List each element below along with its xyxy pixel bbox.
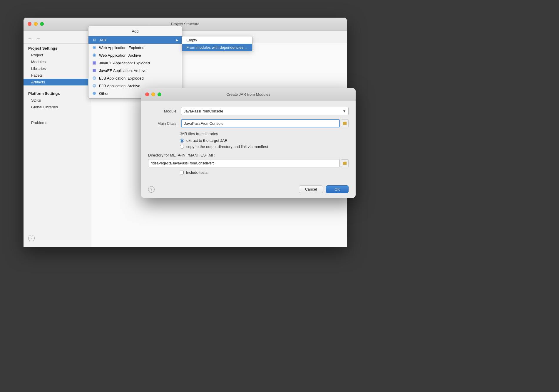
sidebar-item-label: SDKs [31,98,41,102]
svg-marker-11 [93,92,96,95]
svg-point-4 [93,54,95,56]
module-control: JavaPassFromConsole ▼ [181,107,349,115]
dialog-close-button[interactable] [145,92,149,96]
module-select[interactable]: JavaPassFromConsole [181,107,349,115]
menu-item-label: EJB Application: Archive [99,84,140,88]
help-button[interactable]: ? [28,235,35,241]
sidebar-item-global-libraries[interactable]: Global Libraries [24,104,91,110]
create-jar-dialog: Create JAR from Modules Module: JavaPass… [141,88,356,198]
include-tests-row: Include tests [180,170,349,175]
submenu: Empty From modules with dependencies... [182,36,252,51]
close-button[interactable] [28,22,31,26]
dialog-footer: ? Cancel OK [141,185,356,198]
other-icon [92,91,97,96]
menu-item-javaee-exploded[interactable]: JavaEE Application: Exploded [88,59,182,67]
module-select-wrapper: JavaPassFromConsole ▼ [181,107,349,115]
jar-files-section-title: JAR files from libraries [180,132,349,136]
folder-icon [343,161,347,165]
module-label: Module: [148,109,178,113]
dialog-body: Module: JavaPassFromConsole ▼ Main Class… [141,101,356,185]
context-menu-wrapper: Add JAR ▶ Empty From modules with depend… [88,26,182,99]
sidebar-item-project[interactable]: Project [24,52,91,58]
radio-extract[interactable] [180,139,184,143]
folder-icon [343,122,347,125]
window-buttons [28,22,44,26]
sidebar-item-artifacts[interactable]: Artifacts [24,79,91,85]
back-button[interactable]: ← [26,35,34,42]
dir-input[interactable] [148,159,340,167]
ejb-archive-icon [92,83,97,88]
ok-button[interactable]: OK [326,185,349,193]
include-tests-checkbox[interactable] [180,171,184,174]
javaee-exploded-icon [92,60,97,65]
main-class-row: Main Class: [148,119,349,127]
menu-item-label: Web Application: Exploded [99,46,144,50]
main-class-label: Main Class: [148,121,178,126]
sidebar-item-modules[interactable]: Modules [24,58,91,65]
main-window-title: Project Structure [171,22,200,26]
dialog-maximize-button[interactable] [158,92,161,96]
sidebar-item-label: Artifacts [31,80,45,84]
web-archive-icon [92,53,97,58]
menu-item-web-exploded[interactable]: Web Application: Exploded [88,44,182,51]
menu-item-label: JavaEE Application: Archive [99,68,146,73]
main-class-control [181,119,349,127]
jar-icon [92,38,97,42]
project-settings-title: Project Settings [24,44,91,52]
svg-rect-8 [93,69,96,72]
menu-item-ejb-exploded[interactable]: EJB Application: Exploded [88,74,182,82]
ejb-exploded-icon [92,76,97,80]
menu-item-label: Web Application: Archive [99,53,141,58]
problems-label: Problems [24,119,91,126]
web-exploded-icon [92,45,97,50]
sidebar-item-label: Facets [31,73,43,78]
nav-toolbar: ← → [24,33,91,44]
cancel-button[interactable]: Cancel [299,185,323,193]
submenu-item-from-modules[interactable]: From modules with dependencies... [182,44,252,51]
sidebar-footer: ? [24,232,91,244]
submenu-item-empty[interactable]: Empty [182,36,252,44]
sidebar-item-label: Libraries [31,66,46,71]
maximize-button[interactable] [40,22,44,26]
dir-label: Directory for META-INF/MANIFEST.MF: [148,153,349,157]
radio-group: extract to the target JAR copy to the ou… [180,138,349,149]
forward-button[interactable]: → [35,35,42,42]
dir-browse-button[interactable] [341,159,349,167]
context-menu: Add JAR ▶ Empty From modules with depend… [88,26,182,99]
menu-item-javaee-archive[interactable]: JavaEE Application: Archive [88,67,182,74]
dialog-buttons: Cancel OK [299,185,349,193]
platform-settings-title: Platform Settings [24,89,91,97]
sidebar-item-libraries[interactable]: Libraries [24,65,91,72]
radio-copy[interactable] [180,145,184,149]
menu-item-label: JAR [99,38,106,42]
sidebar-item-label: Modules [31,60,46,64]
radio-row-copy: copy to the output directory and link vi… [180,144,349,149]
menu-item-label: Other [99,91,109,96]
module-row: Module: JavaPassFromConsole ▼ [148,107,349,115]
menu-item-jar[interactable]: JAR ▶ Empty From modules with dependenci… [88,36,182,44]
dialog-window-buttons [145,92,161,96]
context-menu-header: Add [88,27,182,36]
main-window-titlebar: Project Structure [24,18,347,31]
main-class-browse-button[interactable] [341,120,349,127]
sidebar-item-sdks[interactable]: SDKs [24,97,91,104]
main-class-input[interactable] [181,119,340,127]
submenu-item-label: Empty [186,38,197,42]
dialog-minimize-button[interactable] [151,92,155,96]
menu-item-web-archive[interactable]: Web Application: Archive [88,51,182,59]
sidebar-item-facets[interactable]: Facets [24,72,91,79]
svg-point-2 [93,47,95,48]
sidebar-item-problems[interactable]: Problems [24,119,91,126]
include-tests-label: Include tests [186,170,207,175]
menu-item-label: EJB Application: Exploded [99,76,144,80]
radio-row-extract: extract to the target JAR [180,138,349,143]
dir-section: Directory for META-INF/MANIFEST.MF: [148,153,349,167]
submenu-item-label: From modules with dependencies... [186,45,247,50]
minimize-button[interactable] [34,22,38,26]
dialog-help-button[interactable]: ? [148,186,155,193]
javaee-archive-icon [92,68,97,73]
sidebar-item-label: Project [31,53,43,57]
dialog-titlebar: Create JAR from Modules [141,88,356,101]
submenu-arrow: ▶ [176,38,178,42]
radio-copy-label: copy to the output directory and link vi… [186,144,268,149]
